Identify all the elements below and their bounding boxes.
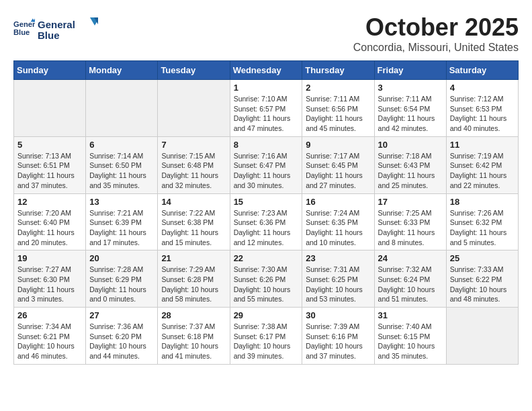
calendar-cell: 11Sunrise: 7:19 AM Sunset: 6:42 PM Dayli… [446,136,518,193]
location: Concordia, Missouri, United States [353,42,519,54]
day-number: 12 [17,197,82,207]
day-number: 2 [306,83,370,93]
day-number: 27 [89,310,154,320]
day-info: Sunrise: 7:17 AM Sunset: 6:45 PM Dayligh… [306,151,370,191]
day-number: 11 [450,140,515,150]
day-info: Sunrise: 7:15 AM Sunset: 6:48 PM Dayligh… [161,151,226,191]
day-info: Sunrise: 7:40 AM Sunset: 6:15 PM Dayligh… [378,322,443,361]
calendar-cell: 26Sunrise: 7:34 AM Sunset: 6:21 PM Dayli… [14,308,86,365]
day-number: 9 [306,140,370,150]
day-info: Sunrise: 7:24 AM Sunset: 6:35 PM Dayligh… [306,208,370,248]
calendar-table: Sunday Monday Tuesday Wednesday Thursday… [13,60,519,365]
day-info: Sunrise: 7:13 AM Sunset: 6:51 PM Dayligh… [17,151,82,191]
day-number: 30 [306,310,370,320]
day-number: 6 [89,140,154,150]
header-saturday: Saturday [446,61,518,80]
day-info: Sunrise: 7:29 AM Sunset: 6:28 PM Dayligh… [161,265,226,304]
calendar-cell: 14Sunrise: 7:22 AM Sunset: 6:38 PM Dayli… [158,193,230,250]
calendar-cell: 5Sunrise: 7:13 AM Sunset: 6:51 PM Daylig… [14,136,86,193]
calendar-cell: 21Sunrise: 7:29 AM Sunset: 6:28 PM Dayli… [158,250,230,308]
calendar-cell: 19Sunrise: 7:27 AM Sunset: 6:30 PM Dayli… [14,250,86,308]
calendar-cell [158,80,230,137]
calendar-cell: 30Sunrise: 7:39 AM Sunset: 6:16 PM Dayli… [302,308,374,365]
calendar-cell: 29Sunrise: 7:38 AM Sunset: 6:17 PM Dayli… [230,308,302,365]
calendar-cell: 8Sunrise: 7:16 AM Sunset: 6:47 PM Daylig… [230,136,302,193]
calendar-cell: 6Sunrise: 7:14 AM Sunset: 6:50 PM Daylig… [86,136,158,193]
day-info: Sunrise: 7:11 AM Sunset: 6:54 PM Dayligh… [378,94,443,134]
day-info: Sunrise: 7:16 AM Sunset: 6:47 PM Dayligh… [234,151,299,191]
calendar-cell: 31Sunrise: 7:40 AM Sunset: 6:15 PM Dayli… [374,308,446,365]
page-header: General Blue General Blue October 2025 C… [13,13,519,54]
day-number: 1 [234,83,299,93]
day-number: 21 [161,253,226,263]
header-monday: Monday [86,61,158,80]
calendar-cell: 13Sunrise: 7:21 AM Sunset: 6:39 PM Dayli… [86,193,158,250]
day-number: 16 [306,197,370,207]
day-info: Sunrise: 7:28 AM Sunset: 6:29 PM Dayligh… [89,265,154,304]
day-info: Sunrise: 7:18 AM Sunset: 6:43 PM Dayligh… [378,151,443,191]
day-info: Sunrise: 7:21 AM Sunset: 6:39 PM Dayligh… [89,208,154,248]
header-friday: Friday [374,61,446,80]
title-block: October 2025 Concordia, Missouri, United… [353,13,519,54]
day-number: 13 [89,197,154,207]
day-number: 18 [450,197,515,207]
calendar-cell: 22Sunrise: 7:30 AM Sunset: 6:26 PM Dayli… [230,250,302,308]
day-number: 25 [450,253,515,263]
day-info: Sunrise: 7:14 AM Sunset: 6:50 PM Dayligh… [89,151,154,191]
calendar-cell: 25Sunrise: 7:33 AM Sunset: 6:22 PM Dayli… [446,250,518,308]
day-number: 4 [450,83,515,93]
day-info: Sunrise: 7:12 AM Sunset: 6:53 PM Dayligh… [450,94,515,134]
day-number: 15 [234,197,299,207]
calendar-week-row: 5Sunrise: 7:13 AM Sunset: 6:51 PM Daylig… [14,136,519,193]
day-number: 14 [161,197,226,207]
svg-text:General: General [38,19,75,30]
calendar-week-row: 19Sunrise: 7:27 AM Sunset: 6:30 PM Dayli… [14,250,519,308]
day-info: Sunrise: 7:19 AM Sunset: 6:42 PM Dayligh… [450,151,515,191]
day-number: 19 [17,253,82,263]
logo-icon: General Blue [13,17,35,39]
day-info: Sunrise: 7:37 AM Sunset: 6:18 PM Dayligh… [161,322,226,361]
day-info: Sunrise: 7:34 AM Sunset: 6:21 PM Dayligh… [17,322,82,361]
calendar-cell: 15Sunrise: 7:23 AM Sunset: 6:36 PM Dayli… [230,193,302,250]
day-number: 31 [378,310,443,320]
calendar-cell: 12Sunrise: 7:20 AM Sunset: 6:40 PM Dayli… [14,193,86,250]
calendar-cell: 9Sunrise: 7:17 AM Sunset: 6:45 PM Daylig… [302,136,374,193]
day-number: 17 [378,197,443,207]
day-number: 22 [234,253,299,263]
day-info: Sunrise: 7:36 AM Sunset: 6:20 PM Dayligh… [89,322,154,361]
calendar-cell: 23Sunrise: 7:31 AM Sunset: 6:25 PM Dayli… [302,250,374,308]
calendar-cell: 18Sunrise: 7:26 AM Sunset: 6:32 PM Dayli… [446,193,518,250]
day-number: 23 [306,253,370,263]
day-info: Sunrise: 7:10 AM Sunset: 6:57 PM Dayligh… [234,94,299,134]
day-number: 7 [161,140,226,150]
day-info: Sunrise: 7:32 AM Sunset: 6:24 PM Dayligh… [378,265,443,304]
calendar-cell [86,80,158,137]
calendar-cell: 20Sunrise: 7:28 AM Sunset: 6:29 PM Dayli… [86,250,158,308]
day-number: 3 [378,83,443,93]
calendar-cell: 28Sunrise: 7:37 AM Sunset: 6:18 PM Dayli… [158,308,230,365]
day-number: 8 [234,140,299,150]
day-number: 29 [234,310,299,320]
day-info: Sunrise: 7:26 AM Sunset: 6:32 PM Dayligh… [450,208,515,248]
calendar-week-row: 26Sunrise: 7:34 AM Sunset: 6:21 PM Dayli… [14,308,519,365]
calendar-week-row: 12Sunrise: 7:20 AM Sunset: 6:40 PM Dayli… [14,193,519,250]
day-number: 26 [17,310,82,320]
day-number: 24 [378,253,443,263]
calendar-cell: 2Sunrise: 7:11 AM Sunset: 6:56 PM Daylig… [302,80,374,137]
day-info: Sunrise: 7:22 AM Sunset: 6:38 PM Dayligh… [161,208,226,248]
month-title: October 2025 [353,13,519,42]
day-number: 10 [378,140,443,150]
logo-graphic: General Blue [38,16,98,43]
calendar-cell: 17Sunrise: 7:25 AM Sunset: 6:33 PM Dayli… [374,193,446,250]
calendar-cell: 7Sunrise: 7:15 AM Sunset: 6:48 PM Daylig… [158,136,230,193]
logo: General Blue General Blue [13,13,98,43]
header-sunday: Sunday [14,61,86,80]
calendar-cell: 10Sunrise: 7:18 AM Sunset: 6:43 PM Dayli… [374,136,446,193]
svg-text:Blue: Blue [13,28,30,36]
header-tuesday: Tuesday [158,61,230,80]
day-info: Sunrise: 7:30 AM Sunset: 6:26 PM Dayligh… [234,265,299,304]
day-number: 20 [89,253,154,263]
calendar-cell [446,308,518,365]
svg-text:Blue: Blue [38,30,60,41]
calendar-cell: 3Sunrise: 7:11 AM Sunset: 6:54 PM Daylig… [374,80,446,137]
